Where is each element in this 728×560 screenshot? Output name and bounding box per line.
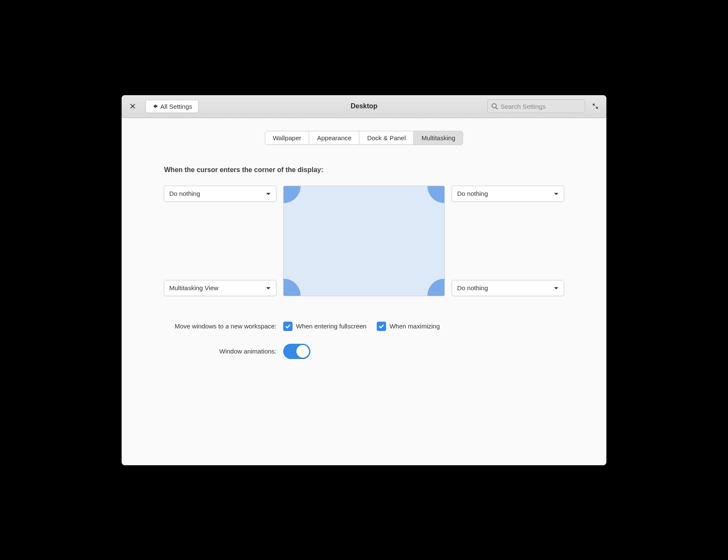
search-icon xyxy=(491,103,498,110)
maximize-checkbox-wrap[interactable]: When maximizing xyxy=(377,322,440,331)
hotcorner-top-right-value: Do nothing xyxy=(457,190,488,197)
hotcorner-top-right-dropdown[interactable]: Do nothing xyxy=(452,186,564,202)
hotcorner-indicator-tr xyxy=(427,186,445,203)
check-icon xyxy=(285,323,291,329)
fullscreen-checkbox-wrap[interactable]: When entering fullscreen xyxy=(283,322,367,331)
chevron-down-icon xyxy=(266,286,271,291)
hotcorner-bottom-right-value: Do nothing xyxy=(457,284,488,291)
titlebar: All Settings Desktop xyxy=(122,95,606,118)
chevron-down-icon xyxy=(554,286,559,291)
tab-appearance[interactable]: Appearance xyxy=(309,131,359,145)
all-settings-label: All Settings xyxy=(160,103,192,110)
search-input[interactable] xyxy=(500,103,581,110)
workspace-setting-row: Move windows to a new workspace: When en… xyxy=(164,322,564,331)
tab-dock-panel[interactable]: Dock & Panel xyxy=(359,131,414,145)
tab-group: Wallpaper Appearance Dock & Panel Multit… xyxy=(265,131,464,145)
hotcorner-bottom-right-dropdown[interactable]: Do nothing xyxy=(452,280,564,296)
chevron-down-icon xyxy=(266,191,271,196)
animations-switch[interactable] xyxy=(283,344,310,359)
multitasking-settings: When the cursor enters the corner of the… xyxy=(122,166,606,359)
maximize-checkbox-label: When maximizing xyxy=(390,322,440,330)
all-settings-button[interactable]: All Settings xyxy=(145,100,199,113)
hotcorner-indicator-br xyxy=(427,279,445,296)
display-preview xyxy=(283,186,445,296)
tab-multitasking[interactable]: Multitasking xyxy=(413,131,463,145)
close-button[interactable] xyxy=(128,101,138,111)
svg-point-2 xyxy=(492,104,496,108)
content-area: Wallpaper Appearance Dock & Panel Multit… xyxy=(122,118,606,465)
search-wrapper[interactable] xyxy=(487,99,585,113)
close-icon xyxy=(130,103,136,109)
settings-window: All Settings Desktop Wallpaper Appearanc… xyxy=(122,95,606,465)
animations-setting-label: Window animations: xyxy=(164,348,283,355)
fullscreen-checkbox-label: When entering fullscreen xyxy=(296,322,367,330)
hotcorners-heading: When the cursor enters the corner of the… xyxy=(164,166,564,174)
fullscreen-checkbox[interactable] xyxy=(283,322,293,331)
hotcorner-indicator-tl xyxy=(283,186,301,203)
page-title: Desktop xyxy=(350,102,377,110)
arrow-left-icon xyxy=(152,103,158,109)
hotcorner-indicator-bl xyxy=(283,279,301,296)
workspace-setting-label: Move windows to a new workspace: xyxy=(164,322,283,330)
maximize-icon xyxy=(592,103,598,109)
workspace-controls: When entering fullscreen When maximizing xyxy=(283,322,440,331)
hotcorner-bottom-left-value: Multitasking View xyxy=(169,284,219,291)
hotcorner-top-left-value: Do nothing xyxy=(169,190,200,197)
animations-setting-row: Window animations: xyxy=(164,344,564,359)
maximize-checkbox[interactable] xyxy=(377,322,386,331)
switch-knob xyxy=(296,345,309,358)
tab-bar: Wallpaper Appearance Dock & Panel Multit… xyxy=(122,131,606,145)
animations-controls xyxy=(283,344,310,359)
additional-settings: Move windows to a new workspace: When en… xyxy=(164,322,564,359)
svg-line-3 xyxy=(496,107,498,109)
hotcorner-bottom-left-dropdown[interactable]: Multitasking View xyxy=(164,280,276,296)
maximize-button[interactable] xyxy=(590,101,600,111)
chevron-down-icon xyxy=(554,191,559,196)
hotcorner-top-left-dropdown[interactable]: Do nothing xyxy=(164,186,276,202)
hotcorners-grid: Do nothing Do nothing Multitasking View xyxy=(164,186,564,296)
tab-wallpaper[interactable]: Wallpaper xyxy=(265,131,310,145)
check-icon xyxy=(378,323,384,329)
